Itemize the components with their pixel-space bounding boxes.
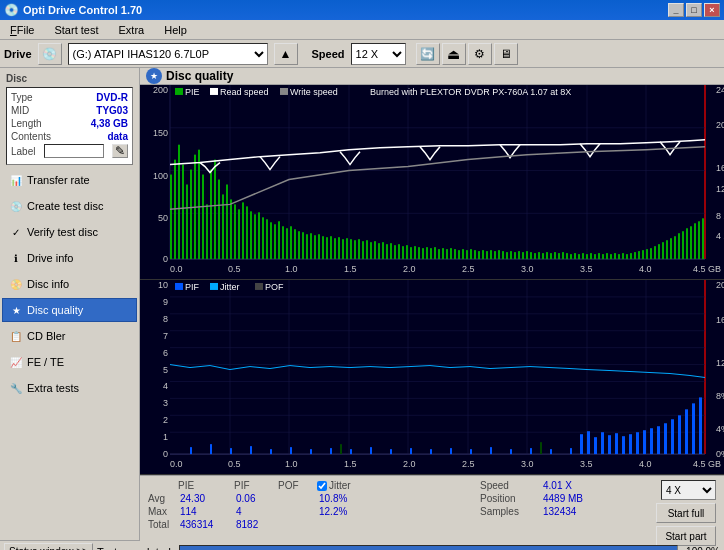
pif-col-header: PIF <box>234 480 274 491</box>
svg-rect-205 <box>350 449 352 454</box>
info-btn[interactable]: 🖥 <box>494 43 518 65</box>
svg-rect-100 <box>510 251 512 259</box>
svg-rect-109 <box>546 252 548 259</box>
sidebar-item-extra-tests[interactable]: 🔧 Extra tests <box>2 376 137 400</box>
svg-rect-88 <box>462 249 464 259</box>
svg-rect-23 <box>202 175 204 260</box>
sidebar-item-drive-info[interactable]: ℹ Drive info <box>2 246 137 270</box>
svg-text:4.0: 4.0 <box>639 459 652 469</box>
svg-rect-94 <box>486 251 488 259</box>
sidebar-item-disc-quality[interactable]: ★ Disc quality <box>2 298 137 322</box>
svg-rect-91 <box>474 250 476 259</box>
svg-text:20%: 20% <box>716 280 724 290</box>
drive-refresh-btn[interactable]: ▲ <box>274 43 298 65</box>
svg-rect-233 <box>692 403 695 454</box>
svg-text:3.0: 3.0 <box>521 459 534 469</box>
bottom-chart-svg: 10 9 8 7 6 5 4 3 2 1 0 20% 16% 12% 8% <box>140 280 724 474</box>
svg-rect-59 <box>346 238 348 259</box>
menu-extra[interactable]: Extra <box>113 22 151 38</box>
status-window-button[interactable]: Status window >> <box>4 543 93 551</box>
svg-rect-138 <box>662 242 664 259</box>
svg-rect-48 <box>302 232 304 259</box>
svg-rect-172 <box>210 88 218 95</box>
drive-info-icon: ℹ <box>9 251 23 265</box>
refresh-btn[interactable]: 🔄 <box>416 43 440 65</box>
start-full-button[interactable]: Start full <box>656 503 716 523</box>
svg-rect-212 <box>490 447 492 454</box>
svg-rect-229 <box>664 423 667 454</box>
label-input[interactable] <box>44 144 104 158</box>
speed-label: Speed <box>312 48 345 60</box>
svg-rect-65 <box>370 242 372 259</box>
settings-btn[interactable]: ⚙ <box>468 43 492 65</box>
sidebar-item-cd-bler[interactable]: 📋 CD Bler <box>2 324 137 348</box>
svg-text:12%: 12% <box>716 358 724 368</box>
svg-text:100: 100 <box>153 171 168 181</box>
content-header: ★ Disc quality <box>140 68 724 85</box>
eject-btn[interactable]: ⏏ <box>442 43 466 65</box>
verify-test-disc-icon: ✓ <box>9 225 23 239</box>
sidebar-item-transfer-rate[interactable]: 📊 Transfer rate <box>2 168 137 192</box>
menu-help[interactable]: Help <box>158 22 193 38</box>
svg-text:8: 8 <box>163 314 168 324</box>
stats-speed-select[interactable]: 4 X <box>661 480 716 500</box>
svg-rect-217 <box>580 434 583 454</box>
mid-value: TYG03 <box>96 105 128 116</box>
svg-rect-214 <box>530 448 532 454</box>
svg-text:1.5: 1.5 <box>344 459 357 469</box>
svg-rect-142 <box>678 233 680 259</box>
transfer-rate-icon: 📊 <box>9 173 23 187</box>
svg-rect-97 <box>498 250 500 259</box>
svg-rect-71 <box>394 245 396 259</box>
extra-tests-icon: 🔧 <box>9 381 23 395</box>
avg-pie: 24.30 <box>180 493 232 504</box>
create-test-disc-icon: 💿 <box>9 199 23 213</box>
drive-icon-btn[interactable]: 💿 <box>38 43 62 65</box>
svg-rect-17 <box>178 145 180 259</box>
svg-text:8%: 8% <box>716 391 724 401</box>
svg-text:4: 4 <box>163 381 168 391</box>
svg-rect-70 <box>390 243 392 259</box>
svg-text:20 X: 20 X <box>716 120 724 130</box>
svg-rect-82 <box>438 249 440 259</box>
svg-rect-87 <box>458 250 460 259</box>
svg-rect-64 <box>366 240 368 259</box>
drive-select[interactable]: (G:) ATAPI IHAS120 6.7L0P <box>68 43 268 65</box>
svg-rect-201 <box>270 449 272 454</box>
start-part-button[interactable]: Start part <box>656 526 716 546</box>
sidebar-item-fe-te[interactable]: 📈 FE / TE <box>2 350 137 374</box>
jitter-checkbox[interactable] <box>317 481 327 491</box>
content-area: ★ Disc quality <box>140 68 724 540</box>
svg-rect-50 <box>310 233 312 259</box>
svg-rect-206 <box>370 447 372 454</box>
svg-rect-33 <box>242 202 244 259</box>
sidebar-extra-tests-label: Extra tests <box>27 382 79 394</box>
svg-rect-266 <box>210 283 218 290</box>
svg-text:4.5 GB: 4.5 GB <box>693 459 721 469</box>
sidebar-item-verify-test-disc[interactable]: ✓ Verify test disc <box>2 220 137 244</box>
status-text: Test completed <box>97 546 171 551</box>
svg-rect-63 <box>362 241 364 259</box>
svg-text:2.5: 2.5 <box>462 264 475 274</box>
svg-rect-39 <box>266 219 268 259</box>
close-button[interactable]: × <box>704 3 720 17</box>
svg-rect-104 <box>526 251 528 259</box>
label-edit-btn[interactable]: ✎ <box>112 144 128 158</box>
menu-file[interactable]: FFile <box>4 22 40 38</box>
menu-start-test[interactable]: Start test <box>48 22 104 38</box>
content-icon: ★ <box>146 68 162 84</box>
svg-rect-115 <box>570 254 572 259</box>
svg-rect-221 <box>608 435 611 454</box>
svg-rect-146 <box>694 223 696 259</box>
disc-info-icon: 📀 <box>9 277 23 291</box>
minimize-button[interactable]: _ <box>668 3 684 17</box>
maximize-button[interactable]: □ <box>686 3 702 17</box>
svg-text:2.5: 2.5 <box>462 459 475 469</box>
speed-select[interactable]: 12 X <box>351 43 406 65</box>
svg-rect-32 <box>238 209 240 259</box>
sidebar-item-create-test-disc[interactable]: 💿 Create test disc <box>2 194 137 218</box>
sidebar-item-disc-info[interactable]: 📀 Disc info <box>2 272 137 296</box>
menu-bar: FFile Start test Extra Help <box>0 20 724 40</box>
top-chart-container: 200 150 100 50 0 24 X 20 X 16 X 12 X 8 X… <box>140 85 724 280</box>
avg-jitter: 10.8% <box>319 493 347 504</box>
